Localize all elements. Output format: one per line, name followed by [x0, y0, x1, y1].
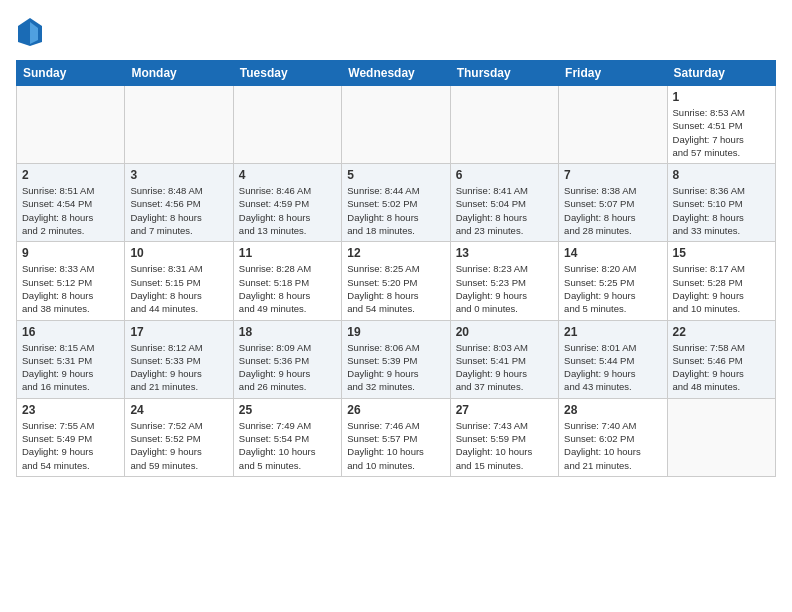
day-info: Sunrise: 7:49 AM Sunset: 5:54 PM Dayligh…	[239, 419, 336, 472]
calendar-table: SundayMondayTuesdayWednesdayThursdayFrid…	[16, 60, 776, 477]
day-info: Sunrise: 7:46 AM Sunset: 5:57 PM Dayligh…	[347, 419, 444, 472]
day-info: Sunrise: 8:31 AM Sunset: 5:15 PM Dayligh…	[130, 262, 227, 315]
calendar-week-row: 23Sunrise: 7:55 AM Sunset: 5:49 PM Dayli…	[17, 398, 776, 476]
day-info: Sunrise: 8:06 AM Sunset: 5:39 PM Dayligh…	[347, 341, 444, 394]
day-info: Sunrise: 8:33 AM Sunset: 5:12 PM Dayligh…	[22, 262, 119, 315]
calendar-day-cell: 15Sunrise: 8:17 AM Sunset: 5:28 PM Dayli…	[667, 242, 775, 320]
day-number: 11	[239, 246, 336, 260]
day-number: 14	[564, 246, 661, 260]
calendar-day-cell: 1Sunrise: 8:53 AM Sunset: 4:51 PM Daylig…	[667, 86, 775, 164]
day-info: Sunrise: 8:46 AM Sunset: 4:59 PM Dayligh…	[239, 184, 336, 237]
weekday-header-saturday: Saturday	[667, 61, 775, 86]
day-number: 23	[22, 403, 119, 417]
calendar-day-cell: 9Sunrise: 8:33 AM Sunset: 5:12 PM Daylig…	[17, 242, 125, 320]
day-number: 2	[22, 168, 119, 182]
day-number: 8	[673, 168, 770, 182]
day-info: Sunrise: 8:12 AM Sunset: 5:33 PM Dayligh…	[130, 341, 227, 394]
calendar-day-cell: 3Sunrise: 8:48 AM Sunset: 4:56 PM Daylig…	[125, 164, 233, 242]
weekday-header-wednesday: Wednesday	[342, 61, 450, 86]
calendar-week-row: 9Sunrise: 8:33 AM Sunset: 5:12 PM Daylig…	[17, 242, 776, 320]
calendar-day-cell	[233, 86, 341, 164]
day-info: Sunrise: 8:17 AM Sunset: 5:28 PM Dayligh…	[673, 262, 770, 315]
weekday-header-thursday: Thursday	[450, 61, 558, 86]
day-info: Sunrise: 8:38 AM Sunset: 5:07 PM Dayligh…	[564, 184, 661, 237]
day-number: 28	[564, 403, 661, 417]
calendar-day-cell: 19Sunrise: 8:06 AM Sunset: 5:39 PM Dayli…	[342, 320, 450, 398]
logo	[16, 16, 48, 48]
day-number: 3	[130, 168, 227, 182]
calendar-day-cell: 16Sunrise: 8:15 AM Sunset: 5:31 PM Dayli…	[17, 320, 125, 398]
day-number: 16	[22, 325, 119, 339]
day-number: 6	[456, 168, 553, 182]
calendar-day-cell	[667, 398, 775, 476]
calendar-day-cell: 18Sunrise: 8:09 AM Sunset: 5:36 PM Dayli…	[233, 320, 341, 398]
calendar-day-cell: 13Sunrise: 8:23 AM Sunset: 5:23 PM Dayli…	[450, 242, 558, 320]
day-number: 10	[130, 246, 227, 260]
weekday-header-friday: Friday	[559, 61, 667, 86]
calendar-day-cell	[125, 86, 233, 164]
calendar-day-cell: 8Sunrise: 8:36 AM Sunset: 5:10 PM Daylig…	[667, 164, 775, 242]
calendar-day-cell: 5Sunrise: 8:44 AM Sunset: 5:02 PM Daylig…	[342, 164, 450, 242]
calendar-day-cell: 2Sunrise: 8:51 AM Sunset: 4:54 PM Daylig…	[17, 164, 125, 242]
day-info: Sunrise: 8:44 AM Sunset: 5:02 PM Dayligh…	[347, 184, 444, 237]
day-info: Sunrise: 8:23 AM Sunset: 5:23 PM Dayligh…	[456, 262, 553, 315]
weekday-header-tuesday: Tuesday	[233, 61, 341, 86]
day-number: 19	[347, 325, 444, 339]
day-info: Sunrise: 7:55 AM Sunset: 5:49 PM Dayligh…	[22, 419, 119, 472]
calendar-day-cell: 26Sunrise: 7:46 AM Sunset: 5:57 PM Dayli…	[342, 398, 450, 476]
day-number: 18	[239, 325, 336, 339]
day-info: Sunrise: 7:40 AM Sunset: 6:02 PM Dayligh…	[564, 419, 661, 472]
day-number: 20	[456, 325, 553, 339]
day-number: 22	[673, 325, 770, 339]
day-number: 24	[130, 403, 227, 417]
calendar-day-cell: 20Sunrise: 8:03 AM Sunset: 5:41 PM Dayli…	[450, 320, 558, 398]
calendar-day-cell	[450, 86, 558, 164]
day-number: 25	[239, 403, 336, 417]
calendar-day-cell: 14Sunrise: 8:20 AM Sunset: 5:25 PM Dayli…	[559, 242, 667, 320]
calendar-week-row: 1Sunrise: 8:53 AM Sunset: 4:51 PM Daylig…	[17, 86, 776, 164]
day-info: Sunrise: 8:51 AM Sunset: 4:54 PM Dayligh…	[22, 184, 119, 237]
day-info: Sunrise: 8:20 AM Sunset: 5:25 PM Dayligh…	[564, 262, 661, 315]
calendar-day-cell: 28Sunrise: 7:40 AM Sunset: 6:02 PM Dayli…	[559, 398, 667, 476]
calendar-day-cell: 10Sunrise: 8:31 AM Sunset: 5:15 PM Dayli…	[125, 242, 233, 320]
day-number: 5	[347, 168, 444, 182]
weekday-header-row: SundayMondayTuesdayWednesdayThursdayFrid…	[17, 61, 776, 86]
calendar-day-cell	[17, 86, 125, 164]
day-number: 13	[456, 246, 553, 260]
day-info: Sunrise: 8:28 AM Sunset: 5:18 PM Dayligh…	[239, 262, 336, 315]
day-info: Sunrise: 8:09 AM Sunset: 5:36 PM Dayligh…	[239, 341, 336, 394]
calendar-week-row: 16Sunrise: 8:15 AM Sunset: 5:31 PM Dayli…	[17, 320, 776, 398]
weekday-header-monday: Monday	[125, 61, 233, 86]
day-info: Sunrise: 8:15 AM Sunset: 5:31 PM Dayligh…	[22, 341, 119, 394]
day-info: Sunrise: 7:58 AM Sunset: 5:46 PM Dayligh…	[673, 341, 770, 394]
day-info: Sunrise: 8:53 AM Sunset: 4:51 PM Dayligh…	[673, 106, 770, 159]
day-info: Sunrise: 8:36 AM Sunset: 5:10 PM Dayligh…	[673, 184, 770, 237]
calendar-day-cell: 17Sunrise: 8:12 AM Sunset: 5:33 PM Dayli…	[125, 320, 233, 398]
day-number: 12	[347, 246, 444, 260]
calendar-day-cell: 24Sunrise: 7:52 AM Sunset: 5:52 PM Dayli…	[125, 398, 233, 476]
calendar-day-cell	[559, 86, 667, 164]
calendar-week-row: 2Sunrise: 8:51 AM Sunset: 4:54 PM Daylig…	[17, 164, 776, 242]
day-info: Sunrise: 8:48 AM Sunset: 4:56 PM Dayligh…	[130, 184, 227, 237]
day-number: 21	[564, 325, 661, 339]
day-number: 27	[456, 403, 553, 417]
day-info: Sunrise: 8:41 AM Sunset: 5:04 PM Dayligh…	[456, 184, 553, 237]
day-info: Sunrise: 8:01 AM Sunset: 5:44 PM Dayligh…	[564, 341, 661, 394]
calendar-day-cell: 21Sunrise: 8:01 AM Sunset: 5:44 PM Dayli…	[559, 320, 667, 398]
calendar-day-cell: 12Sunrise: 8:25 AM Sunset: 5:20 PM Dayli…	[342, 242, 450, 320]
day-info: Sunrise: 8:03 AM Sunset: 5:41 PM Dayligh…	[456, 341, 553, 394]
calendar-day-cell: 25Sunrise: 7:49 AM Sunset: 5:54 PM Dayli…	[233, 398, 341, 476]
day-number: 26	[347, 403, 444, 417]
calendar-day-cell: 4Sunrise: 8:46 AM Sunset: 4:59 PM Daylig…	[233, 164, 341, 242]
page-header	[16, 16, 776, 48]
calendar-day-cell: 27Sunrise: 7:43 AM Sunset: 5:59 PM Dayli…	[450, 398, 558, 476]
calendar-day-cell: 6Sunrise: 8:41 AM Sunset: 5:04 PM Daylig…	[450, 164, 558, 242]
weekday-header-sunday: Sunday	[17, 61, 125, 86]
day-number: 1	[673, 90, 770, 104]
day-info: Sunrise: 7:43 AM Sunset: 5:59 PM Dayligh…	[456, 419, 553, 472]
calendar-day-cell: 11Sunrise: 8:28 AM Sunset: 5:18 PM Dayli…	[233, 242, 341, 320]
day-number: 9	[22, 246, 119, 260]
calendar-day-cell: 22Sunrise: 7:58 AM Sunset: 5:46 PM Dayli…	[667, 320, 775, 398]
calendar-day-cell	[342, 86, 450, 164]
calendar-day-cell: 23Sunrise: 7:55 AM Sunset: 5:49 PM Dayli…	[17, 398, 125, 476]
